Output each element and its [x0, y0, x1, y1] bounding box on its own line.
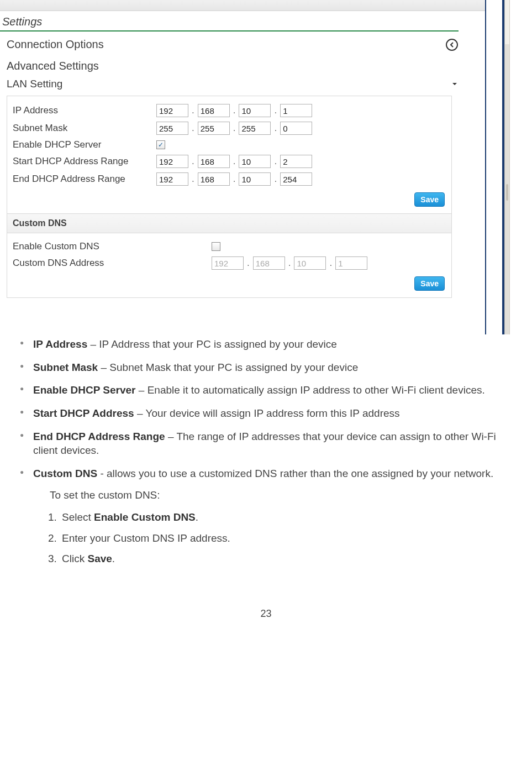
doc-item-end-dhcp: End DHCP Address Range – The range of IP… [17, 429, 515, 458]
end-dhcp-octet-4[interactable] [280, 172, 312, 186]
ip-address-octet-4[interactable] [280, 104, 312, 117]
doc-custom-dns-intro: To set the custom DNS: [50, 488, 515, 502]
lan-save-button[interactable]: Save [414, 192, 445, 207]
end-dhcp-octet-2[interactable] [198, 172, 230, 186]
start-dhcp-octet-2[interactable] [198, 155, 230, 168]
lan-setting-row[interactable]: LAN Setting [0, 75, 461, 96]
doc-item-enable-dhcp: Enable DHCP Server – Enable it to automa… [17, 383, 515, 397]
custom-dns-box: Enable Custom DNS Custom DNS Address . .… [7, 233, 452, 298]
start-dhcp-octet-1[interactable] [156, 155, 188, 168]
enable-dhcp-label: Enable DHCP Server [13, 139, 156, 150]
custom-dns-octet-2 [253, 256, 285, 270]
enable-custom-dns-checkbox[interactable] [212, 242, 220, 251]
doc-step-3: Click Save. [60, 552, 515, 566]
custom-dns-octet-4 [335, 256, 367, 270]
doc-step-1: Select Enable Custom DNS. [60, 510, 515, 525]
window-right-border [485, 0, 504, 334]
start-dhcp-octet-4[interactable] [280, 155, 312, 168]
doc-item-custom-dns: Custom DNS - allows you to use a customi… [17, 467, 515, 566]
custom-dns-octet-3 [294, 256, 326, 270]
subnet-mask-label: Subnet Mask [13, 123, 156, 134]
end-dhcp-label: End DHCP Address Range [13, 174, 156, 185]
documentation-text: IP Address – IP Address that your PC is … [0, 321, 532, 586]
lan-config-box: IP Address . . . Subnet Mask . . . Ena [7, 96, 452, 214]
doc-item-subnet-mask: Subnet Mask – Subnet Mask that your PC i… [17, 360, 515, 375]
subnet-mask-octet-3[interactable] [239, 122, 271, 135]
subnet-mask-octet-4[interactable] [280, 122, 312, 135]
custom-dns-address-row: Custom DNS Address . . . [13, 256, 446, 270]
advanced-settings-heading: Advanced Settings [0, 55, 461, 75]
start-dhcp-row: Start DHCP Address Range . . . [13, 155, 446, 168]
custom-dns-heading: Custom DNS [7, 214, 452, 233]
lan-setting-label: LAN Setting [7, 78, 62, 90]
enable-dhcp-checkbox[interactable]: ✓ [156, 140, 165, 149]
ip-address-label: IP Address [13, 105, 156, 116]
window-titlebar [0, 0, 489, 11]
enable-custom-dns-row: Enable Custom DNS [13, 241, 446, 252]
end-dhcp-octet-1[interactable] [156, 172, 188, 186]
scrollbar-thumb[interactable] [506, 184, 508, 201]
custom-dns-address-label: Custom DNS Address [13, 258, 212, 269]
enable-custom-dns-label: Enable Custom DNS [13, 241, 212, 252]
subnet-mask-octet-1[interactable] [156, 122, 188, 135]
end-dhcp-row: End DHCP Address Range . . . [13, 172, 446, 186]
collapse-left-icon[interactable] [446, 39, 458, 51]
vertical-scrollbar[interactable] [504, 0, 510, 334]
custom-dns-save-button[interactable]: Save [414, 276, 445, 291]
ip-address-octet-2[interactable] [198, 104, 230, 117]
chevron-down-icon[interactable] [451, 81, 458, 87]
settings-title: Settings [0, 11, 459, 32]
end-dhcp-octet-3[interactable] [239, 172, 271, 186]
page-number: 23 [0, 586, 532, 631]
connection-options-row[interactable]: Connection Options [0, 32, 461, 55]
custom-dns-octet-1 [212, 256, 244, 270]
start-dhcp-label: Start DHCP Address Range [13, 156, 156, 167]
start-dhcp-octet-3[interactable] [239, 155, 271, 168]
doc-item-start-dhcp: Start DHCP Address – Your device will as… [17, 406, 515, 421]
settings-panel-screenshot: Settings Connection Options Advanced Set… [0, 0, 532, 321]
ip-address-octet-1[interactable] [156, 104, 188, 117]
enable-dhcp-row: Enable DHCP Server ✓ [13, 139, 446, 150]
connection-options-label: Connection Options [7, 38, 104, 51]
subnet-mask-octet-2[interactable] [198, 122, 230, 135]
doc-step-2: Enter your Custom DNS IP address. [60, 531, 515, 546]
ip-address-octet-3[interactable] [239, 104, 271, 117]
ip-address-row: IP Address . . . [13, 104, 446, 117]
doc-item-ip-address: IP Address – IP Address that your PC is … [17, 337, 515, 352]
subnet-mask-row: Subnet Mask . . . [13, 122, 446, 135]
